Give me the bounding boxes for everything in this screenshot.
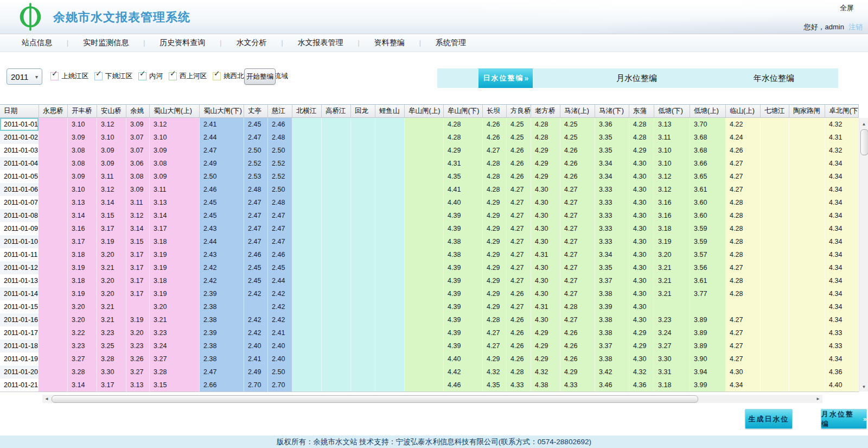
date-cell[interactable]: 2011-01-07 — [0, 196, 39, 209]
value-cell[interactable]: 4.28 — [726, 274, 761, 287]
value-cell[interactable] — [351, 352, 375, 365]
value-cell[interactable]: 2.48 — [244, 183, 268, 196]
value-cell[interactable] — [789, 248, 825, 261]
value-cell[interactable]: 4.28 — [629, 131, 654, 144]
value-cell[interactable] — [375, 326, 405, 339]
value-cell[interactable]: 3.11 — [126, 196, 150, 209]
value-cell[interactable] — [761, 131, 789, 144]
value-cell[interactable]: 4.30 — [629, 248, 654, 261]
value-cell[interactable]: 4.30 — [531, 196, 560, 209]
value-cell[interactable]: 4.39 — [444, 300, 483, 313]
value-cell[interactable] — [322, 287, 351, 300]
value-cell[interactable] — [351, 287, 375, 300]
value-cell[interactable]: 3.10 — [68, 183, 97, 196]
value-cell[interactable] — [292, 365, 322, 378]
value-cell[interactable]: 2.46 — [200, 183, 244, 196]
date-cell[interactable]: 2011-01-10 — [0, 235, 39, 248]
value-cell[interactable]: 2.38 — [200, 339, 244, 352]
value-cell[interactable]: 3.28 — [97, 352, 126, 365]
value-cell[interactable] — [39, 235, 68, 248]
value-cell[interactable] — [292, 209, 322, 222]
value-cell[interactable]: 3.59 — [690, 222, 726, 235]
value-cell[interactable] — [322, 222, 351, 235]
value-cell[interactable]: 4.28 — [726, 287, 761, 300]
value-cell[interactable] — [375, 339, 405, 352]
value-cell[interactable]: 4.29 — [444, 144, 483, 157]
value-cell[interactable]: 2.45 — [244, 261, 268, 274]
value-cell[interactable]: 4.25 — [507, 131, 531, 144]
value-cell[interactable] — [292, 378, 322, 392]
value-cell[interactable] — [322, 144, 351, 157]
value-cell[interactable]: 3.21 — [97, 300, 126, 313]
value-cell[interactable]: 3.24 — [654, 326, 690, 339]
value-cell[interactable] — [39, 196, 68, 209]
value-cell[interactable]: 3.10 — [97, 131, 126, 144]
value-cell[interactable]: 3.23 — [126, 339, 150, 352]
value-cell[interactable]: 4.30 — [629, 287, 654, 300]
value-cell[interactable]: 4.34 — [825, 183, 859, 196]
value-cell[interactable]: 4.29 — [483, 222, 507, 235]
value-cell[interactable]: 2.48 — [268, 131, 292, 144]
monthly-compile-button[interactable]: 月水位整编» — [821, 409, 867, 429]
region-checkbox-1[interactable]: ✓上姚江区 — [50, 72, 88, 81]
value-cell[interactable]: 3.65 — [690, 170, 726, 183]
value-cell[interactable] — [761, 352, 789, 365]
value-cell[interactable] — [761, 144, 789, 157]
value-cell[interactable]: 3.23 — [97, 326, 126, 339]
value-cell[interactable]: 2.42 — [200, 274, 244, 287]
value-cell[interactable] — [322, 365, 351, 378]
value-cell[interactable] — [405, 183, 444, 196]
value-cell[interactable]: 2.42 — [268, 313, 292, 326]
value-cell[interactable] — [405, 170, 444, 183]
value-cell[interactable]: 2.42 — [268, 287, 292, 300]
value-cell[interactable]: 3.30 — [654, 352, 690, 365]
value-cell[interactable] — [244, 300, 268, 313]
value-cell[interactable]: 4.27 — [507, 235, 531, 248]
value-cell[interactable] — [322, 209, 351, 222]
value-cell[interactable] — [405, 131, 444, 144]
value-cell[interactable] — [789, 261, 825, 274]
value-cell[interactable] — [39, 261, 68, 274]
value-cell[interactable]: 2.50 — [244, 144, 268, 157]
value-cell[interactable]: 2.47 — [200, 144, 244, 157]
value-cell[interactable]: 3.13 — [150, 196, 200, 209]
value-cell[interactable]: 4.38 — [531, 378, 560, 392]
value-cell[interactable] — [375, 118, 405, 131]
value-cell[interactable]: 3.19 — [97, 235, 126, 248]
value-cell[interactable] — [654, 300, 690, 313]
value-cell[interactable]: 4.33 — [507, 378, 531, 392]
value-cell[interactable]: 4.26 — [507, 326, 531, 339]
value-cell[interactable] — [761, 157, 789, 170]
value-cell[interactable]: 3.68 — [690, 131, 726, 144]
value-cell[interactable]: 4.27 — [560, 261, 595, 274]
value-cell[interactable] — [375, 365, 405, 378]
value-cell[interactable]: 4.27 — [507, 274, 531, 287]
value-cell[interactable]: 4.25 — [560, 118, 595, 131]
value-cell[interactable]: 3.89 — [690, 326, 726, 339]
value-cell[interactable]: 4.26 — [507, 352, 531, 365]
value-cell[interactable]: 4.26 — [507, 339, 531, 352]
value-cell[interactable]: 3.90 — [690, 352, 726, 365]
value-cell[interactable]: 4.30 — [629, 313, 654, 326]
value-cell[interactable]: 2.70 — [244, 378, 268, 392]
value-cell[interactable]: 3.19 — [150, 287, 200, 300]
value-cell[interactable] — [690, 300, 726, 313]
value-cell[interactable] — [292, 274, 322, 287]
value-cell[interactable] — [375, 157, 405, 170]
value-cell[interactable]: 4.25 — [507, 118, 531, 131]
value-cell[interactable] — [761, 118, 789, 131]
value-cell[interactable]: 4.33 — [560, 378, 595, 392]
value-cell[interactable]: 3.89 — [690, 339, 726, 352]
value-cell[interactable] — [351, 222, 375, 235]
value-cell[interactable] — [375, 248, 405, 261]
value-cell[interactable]: 3.70 — [690, 118, 726, 131]
value-cell[interactable]: 3.28 — [150, 365, 200, 378]
value-cell[interactable]: 4.30 — [629, 352, 654, 365]
value-cell[interactable]: 2.66 — [200, 378, 244, 392]
value-cell[interactable] — [789, 157, 825, 170]
value-cell[interactable]: 2.40 — [268, 352, 292, 365]
nav-item-3[interactable]: 历史资料查询 — [159, 38, 205, 48]
value-cell[interactable] — [789, 144, 825, 157]
value-cell[interactable] — [405, 157, 444, 170]
value-cell[interactable] — [761, 378, 789, 392]
